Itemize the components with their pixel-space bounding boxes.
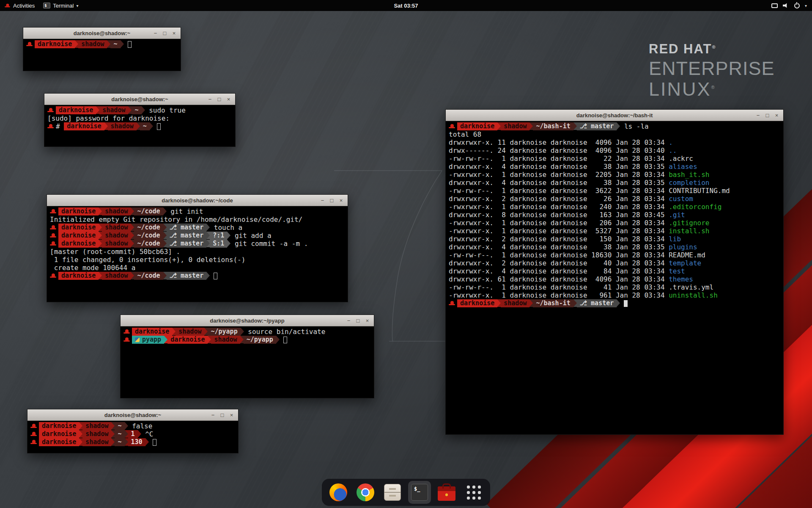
prompt-segment-err: 130: [128, 438, 145, 446]
file-name: custom: [669, 195, 693, 203]
terminal-window-exit-codes[interactable]: darknoise@shadow:~ − □ × darknoiseshadow…: [27, 409, 239, 453]
maximize-button[interactable]: □: [328, 196, 336, 204]
prompt-segment-host: shadow: [82, 430, 111, 438]
close-button[interactable]: ×: [363, 317, 371, 325]
close-button[interactable]: ×: [228, 411, 236, 419]
prompt-segment-host: shadow: [102, 232, 131, 240]
powerline-separator-icon: [227, 240, 230, 247]
chrome-icon: [357, 483, 374, 501]
dock-item-terminal[interactable]: $_: [408, 481, 431, 504]
clock[interactable]: Sat 03:57: [0, 3, 812, 9]
window-titlebar[interactable]: darknoise@shadow:~/bash-it − □ ×: [446, 110, 783, 121]
redhat-prompt-icon: [50, 241, 56, 246]
close-button[interactable]: ×: [773, 111, 781, 119]
file-name: uninstall.sh: [669, 291, 718, 299]
powerline-separator-icon: [111, 430, 115, 438]
terminal-window-bash-it[interactable]: darknoise@shadow:~/bash-it − □ × darknoi…: [445, 109, 784, 435]
window-titlebar[interactable]: darknoise@shadow:~/pyapp − □ ×: [121, 315, 374, 326]
terminal-icon: $_: [411, 484, 428, 501]
dock-item-chrome[interactable]: [354, 481, 377, 504]
dock-item-files[interactable]: [381, 481, 404, 504]
file-name: template: [669, 259, 701, 267]
files-icon: [384, 484, 401, 501]
powerline-separator-icon: [163, 232, 167, 239]
file-name: .: [669, 138, 673, 146]
powerline-separator-icon: [79, 430, 82, 438]
terminal-window-pyapp[interactable]: darknoise@shadow:~/pyapp − □ × darknoise…: [120, 315, 374, 398]
terminal-content[interactable]: darknoiseshadow~/bash-it⎇ master ls -lat…: [446, 121, 783, 434]
redhat-icon: [5, 3, 10, 8]
activities-button[interactable]: Activities: [0, 0, 39, 11]
prompt-segment-path: ~/bash-it: [533, 299, 573, 307]
dock-item-toolbox[interactable]: [435, 481, 458, 504]
terminal-output-line: total 68: [449, 130, 780, 138]
minimize-button[interactable]: −: [206, 95, 214, 103]
minimize-button[interactable]: −: [754, 111, 762, 119]
prompt-segment-host: shadow: [102, 272, 131, 280]
desktop: RED HAT® ENTERPRISE LINUX® Activities $ …: [0, 0, 812, 508]
powerline-separator-icon: [111, 422, 115, 430]
minimize-button[interactable]: −: [209, 411, 217, 419]
powerline-separator-icon: [227, 232, 230, 239]
powerline-separator-icon: [240, 336, 244, 343]
powerline-separator-icon: [163, 207, 167, 215]
dock-item-firefox[interactable]: [327, 481, 350, 504]
terminal-content[interactable]: darknoiseshadow~/pyapp source bin/activa…: [121, 326, 374, 398]
prompt-segment-git: ⎇ master: [167, 272, 207, 280]
window-titlebar[interactable]: darknoise@shadow:~ − □ ×: [27, 409, 238, 421]
file-name: completion: [669, 179, 709, 187]
close-button[interactable]: ×: [225, 95, 233, 103]
powerline-separator-icon: [131, 240, 134, 247]
close-button[interactable]: ×: [170, 29, 178, 37]
window-titlebar[interactable]: darknoise@shadow:~ − □ ×: [23, 28, 181, 39]
close-button[interactable]: ×: [337, 196, 345, 204]
rhel-logo-product: LINUX®: [649, 80, 775, 99]
prompt-segment-user: darknoise: [58, 240, 99, 248]
prompt-segment-user: darknoise: [58, 272, 99, 280]
powerline-separator-icon: [104, 122, 108, 130]
display-icon: [771, 3, 778, 8]
ls-output-line: drwxrwxr-x. 4 darknoise darknoise 38 Jan…: [449, 163, 780, 171]
maximize-button[interactable]: □: [354, 317, 362, 325]
app-menu-terminal[interactable]: $ Terminal ▾: [39, 0, 82, 11]
minimize-button[interactable]: −: [318, 196, 326, 204]
terminal-line: darknoiseshadow~1 ^C: [30, 430, 235, 438]
terminal-content[interactable]: darknoiseshadow~/code git initInitialize…: [47, 206, 348, 302]
powerline-separator-icon: [142, 106, 145, 114]
prompt-segment-path: ~/code: [134, 207, 163, 215]
maximize-button[interactable]: □: [215, 95, 223, 103]
file-name: CONTRIBUTING.md: [669, 187, 730, 195]
powerline-separator-icon: [497, 122, 501, 130]
terminal-content[interactable]: darknoiseshadow~ sudo true[sudo] passwor…: [44, 105, 235, 146]
app-menu-label: Terminal: [53, 3, 74, 9]
prompt-segment-path: ~: [115, 430, 124, 438]
terminal-window-code[interactable]: darknoise@shadow:~/code − □ × darknoises…: [47, 194, 348, 302]
dock-item-app-grid[interactable]: [462, 481, 485, 504]
maximize-button[interactable]: □: [161, 29, 169, 37]
prompt-segment-host: shadow: [82, 422, 111, 430]
terminal-window-home-1[interactable]: darknoise@shadow:~ − □ × darknoiseshadow…: [23, 27, 181, 71]
maximize-button[interactable]: □: [218, 411, 226, 419]
powerline-separator-icon: [617, 122, 620, 130]
minimize-button[interactable]: −: [345, 317, 353, 325]
prompt-segment-host: shadow: [211, 336, 240, 344]
window-titlebar[interactable]: darknoise@shadow:~ − □ ×: [44, 94, 235, 105]
prompt-segment-git2: S:1: [210, 240, 227, 248]
powerline-separator-icon: [131, 207, 134, 215]
terminal-window-sudo[interactable]: darknoise@shadow:~ − □ × darknoiseshadow…: [44, 93, 236, 147]
powerline-separator-icon: [79, 438, 82, 446]
redhat-prompt-icon: [50, 233, 56, 238]
minimize-button[interactable]: −: [151, 29, 159, 37]
top-bar: Activities $ Terminal ▾ Sat 03:57 ▾: [0, 0, 812, 11]
ls-output-line: -rwxrwxr-x. 1 darknoise darknoise 5327 J…: [449, 227, 780, 235]
ls-output-line: -rwxrwxr-x. 1 darknoise darknoise 206 Ja…: [449, 219, 780, 227]
prompt-segment-user: darknoise: [39, 430, 79, 438]
window-titlebar[interactable]: darknoise@shadow:~/code − □ ×: [47, 195, 348, 206]
terminal-content[interactable]: darknoiseshadow~: [23, 39, 181, 71]
redhat-prompt-icon: [449, 124, 455, 129]
prompt-segment-user: darknoise: [35, 40, 75, 48]
powerline-separator-icon: [75, 40, 78, 48]
system-status-area[interactable]: ▾: [766, 0, 812, 11]
terminal-content[interactable]: darknoiseshadow~ falsedarknoiseshadow~1 …: [27, 421, 238, 453]
maximize-button[interactable]: □: [763, 111, 771, 119]
